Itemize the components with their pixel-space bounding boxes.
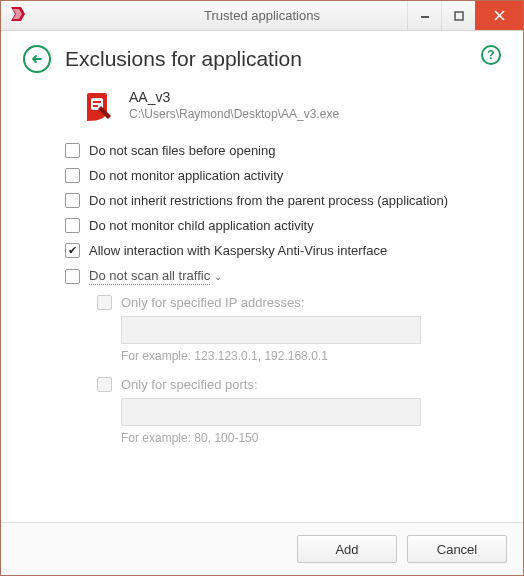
checkbox-only-ports[interactable]: Only for specified ports: xyxy=(97,377,483,392)
svg-rect-8 xyxy=(93,105,98,107)
add-button[interactable]: Add xyxy=(297,535,397,563)
checkbox-no-monitor-activity[interactable]: Do not monitor application activity xyxy=(65,168,483,183)
window: Trusted applications Exclusions for appl… xyxy=(0,0,524,576)
maximize-button[interactable] xyxy=(441,1,475,30)
checkbox-icon xyxy=(65,269,80,284)
checkbox-icon xyxy=(65,168,80,183)
kaspersky-icon xyxy=(9,5,27,26)
content: AA_v3 C:\Users\Raymond\Desktop\AA_v3.exe… xyxy=(1,83,523,522)
checkbox-label: Do not inherit restrictions from the par… xyxy=(89,193,448,208)
help-button[interactable]: ? xyxy=(481,45,501,65)
svg-rect-7 xyxy=(93,101,101,103)
ip-hint: For example: 123.123.0.1, 192.168.0.1 xyxy=(121,349,483,363)
cancel-button[interactable]: Cancel xyxy=(407,535,507,563)
checkbox-icon xyxy=(65,218,80,233)
checkbox-no-monitor-child[interactable]: Do not monitor child application activit… xyxy=(65,218,483,233)
traffic-suboptions: Only for specified IP addresses: For exa… xyxy=(97,295,483,445)
page-header: Exclusions for application ? xyxy=(1,31,523,83)
back-button[interactable] xyxy=(23,45,51,73)
checkbox-label: Do not scan files before opening xyxy=(89,143,275,158)
close-button[interactable] xyxy=(475,1,523,30)
page-title: Exclusions for application xyxy=(65,47,302,71)
ports-input[interactable] xyxy=(121,398,421,426)
checkbox-icon xyxy=(65,143,80,158)
ip-addresses-input[interactable] xyxy=(121,316,421,344)
checkbox-icon xyxy=(65,243,80,258)
checkbox-allow-interaction[interactable]: Allow interaction with Kaspersky Anti-Vi… xyxy=(65,243,483,258)
minimize-button[interactable] xyxy=(407,1,441,30)
footer: Add Cancel xyxy=(1,522,523,575)
checkbox-label-expandable[interactable]: Do not scan all traffic xyxy=(89,268,210,285)
checkbox-label: Only for specified ports: xyxy=(121,377,258,392)
app-info: AA_v3 C:\Users\Raymond\Desktop\AA_v3.exe xyxy=(81,89,483,125)
chevron-down-icon: ⌄ xyxy=(214,271,222,282)
application-icon xyxy=(81,89,117,125)
ports-hint: For example: 80, 100-150 xyxy=(121,431,483,445)
svg-rect-3 xyxy=(455,12,463,20)
checkbox-no-inherit[interactable]: Do not inherit restrictions from the par… xyxy=(65,193,483,208)
svg-rect-2 xyxy=(421,16,429,18)
checkbox-icon xyxy=(97,295,112,310)
checkbox-icon xyxy=(65,193,80,208)
titlebar: Trusted applications xyxy=(1,1,523,31)
checkbox-label: Do not monitor application activity xyxy=(89,168,283,183)
checkbox-label: Only for specified IP addresses: xyxy=(121,295,304,310)
app-path: C:\Users\Raymond\Desktop\AA_v3.exe xyxy=(129,107,339,121)
app-name: AA_v3 xyxy=(129,89,339,105)
checkbox-label: Do not monitor child application activit… xyxy=(89,218,314,233)
exclusion-options: Do not scan files before opening Do not … xyxy=(65,143,483,445)
checkbox-label: Allow interaction with Kaspersky Anti-Vi… xyxy=(89,243,387,258)
checkbox-no-scan-open[interactable]: Do not scan files before opening xyxy=(65,143,483,158)
checkbox-no-scan-traffic[interactable]: Do not scan all traffic ⌄ xyxy=(65,268,483,285)
checkbox-only-ip[interactable]: Only for specified IP addresses: xyxy=(97,295,483,310)
checkbox-icon xyxy=(97,377,112,392)
